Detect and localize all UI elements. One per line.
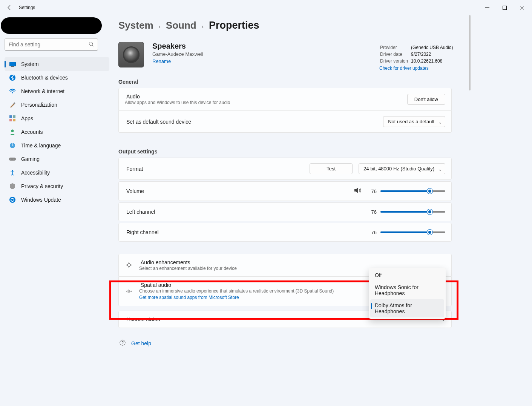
apps-icon [9, 115, 16, 122]
provider-label: Provider [380, 44, 410, 51]
sidebar: System Bluetooth & devices Network & int… [0, 17, 113, 207]
minimize-button[interactable] [478, 0, 496, 15]
spatial-option-off[interactable]: Off [370, 269, 444, 281]
window-controls [478, 0, 530, 15]
svg-point-15 [11, 130, 14, 132]
nav-item-apps[interactable]: Apps [5, 112, 109, 125]
svg-point-4 [89, 42, 93, 45]
format-card: Format Test 24 bit, 48000 Hz (Studio Qua… [118, 158, 452, 180]
right-slider[interactable] [380, 228, 445, 236]
default-title: Set as default sound device [126, 119, 377, 125]
user-account-pill[interactable] [1, 17, 102, 34]
svg-rect-12 [13, 115, 15, 118]
nav-item-system[interactable]: System [5, 57, 109, 71]
select-value: 24 bit, 48000 Hz (Studio Quality) [363, 166, 434, 172]
check-updates-link[interactable]: Check for driver updates [379, 66, 429, 71]
left-slider[interactable] [380, 208, 445, 216]
dont-allow-button[interactable]: Don't allow [407, 94, 445, 105]
nav-item-bluetooth[interactable]: Bluetooth & devices [5, 71, 109, 84]
nav-label: System [21, 61, 39, 67]
svg-text:?: ? [121, 341, 124, 345]
left-value: 76 [368, 209, 377, 215]
section-general: General [118, 79, 520, 85]
spatial-audio-dropdown: Off Windows Sonic for Headphones Dolby A… [369, 268, 446, 319]
search-input[interactable] [9, 41, 89, 47]
person-icon [9, 129, 16, 135]
help-icon: ? [119, 339, 126, 348]
left-channel-card: Left channel 76 [118, 202, 452, 221]
svg-rect-11 [9, 115, 12, 118]
minimize-icon [485, 6, 489, 10]
nav-item-accessibility[interactable]: Accessibility [5, 166, 109, 179]
svg-rect-13 [9, 119, 12, 121]
nav-item-update[interactable]: Windows Update [5, 193, 109, 207]
default-device-card: Set as default sound device Not used as … [118, 111, 452, 133]
back-button[interactable] [2, 0, 17, 15]
driver-info: Provider(Generic USB Audio) Driver date9… [379, 44, 456, 71]
title-bar: Settings [0, 0, 532, 15]
volume-icon[interactable] [354, 187, 362, 195]
get-help-row[interactable]: ? Get help [118, 339, 520, 348]
chevron-down-icon: ⌄ [438, 167, 442, 172]
spatial-store-link[interactable]: Get more spatial sound apps from Microso… [139, 295, 239, 300]
search-box[interactable] [5, 38, 98, 51]
provider-value: (Generic USB Audio) [411, 44, 455, 51]
section-output: Output settings [118, 149, 520, 155]
breadcrumb-sound[interactable]: Sound [166, 20, 196, 31]
gamepad-icon [9, 156, 16, 162]
nav-label: Personalization [21, 102, 57, 108]
audio-allow-card: Audio Allow apps and Windows to use this… [118, 88, 452, 111]
svg-rect-7 [11, 66, 14, 67]
left-title: Left channel [126, 209, 362, 215]
rename-link[interactable]: Rename [152, 58, 171, 64]
select-value: Not used as a default [388, 119, 434, 124]
sparkle-icon [125, 262, 133, 269]
format-select[interactable]: 24 bit, 48000 Hz (Studio Quality) ⌄ [359, 163, 445, 174]
window-title: Settings [19, 5, 35, 10]
nav-item-time[interactable]: Time & language [5, 139, 109, 152]
wifi-icon [9, 88, 16, 95]
volume-value: 76 [368, 188, 377, 194]
nav-label: Accounts [21, 129, 43, 135]
soundwave-icon [125, 288, 133, 294]
svg-point-20 [12, 170, 13, 172]
breadcrumb-current: Properties [209, 20, 259, 31]
search-icon [89, 41, 94, 48]
spatial-option-sonic[interactable]: Windows Sonic for Headphones [370, 281, 444, 299]
nav-label: Windows Update [21, 197, 61, 203]
breadcrumb-system[interactable]: System [118, 20, 153, 31]
maximize-icon [503, 6, 507, 10]
nav-item-network[interactable]: Network & internet [5, 84, 109, 98]
right-channel-card: Right channel 76 [118, 223, 452, 242]
test-button[interactable]: Test [310, 163, 353, 174]
spatial-option-dolby[interactable]: Dolby Atmos for Headphones [370, 299, 444, 317]
maximize-button[interactable] [496, 0, 513, 15]
get-help-link[interactable]: Get help [131, 340, 151, 346]
nav-item-accounts[interactable]: Accounts [5, 125, 109, 139]
main-content: System › Sound › Properties Speakers Gam… [118, 17, 527, 406]
shield-icon [9, 183, 16, 190]
accessibility-icon [9, 169, 16, 176]
nav-list: System Bluetooth & devices Network & int… [4, 57, 109, 207]
svg-point-9 [12, 92, 13, 93]
driver-version-label: Driver version [380, 58, 410, 64]
close-button[interactable] [513, 0, 530, 15]
nav-item-gaming[interactable]: Gaming [5, 152, 109, 166]
device-name: Speakers [152, 42, 203, 51]
scrollbar[interactable] [469, 15, 471, 90]
volume-card: Volume 76 [118, 181, 452, 201]
nav-label: Time & language [21, 142, 61, 149]
speaker-device-icon [118, 42, 144, 67]
default-device-select[interactable]: Not used as a default ⌄ [383, 116, 445, 127]
globe-clock-icon [9, 142, 16, 149]
svg-rect-17 [9, 158, 16, 161]
svg-rect-1 [503, 6, 506, 9]
right-title: Right channel [126, 229, 362, 235]
device-subtitle: Game-Audeze Maxwell [152, 51, 203, 57]
nav-item-personalization[interactable]: Personalization [5, 98, 109, 112]
update-icon [9, 196, 16, 203]
nav-item-privacy[interactable]: Privacy & security [5, 179, 109, 193]
volume-title: Volume [126, 188, 348, 194]
close-icon [520, 6, 524, 10]
volume-slider[interactable] [380, 187, 445, 195]
